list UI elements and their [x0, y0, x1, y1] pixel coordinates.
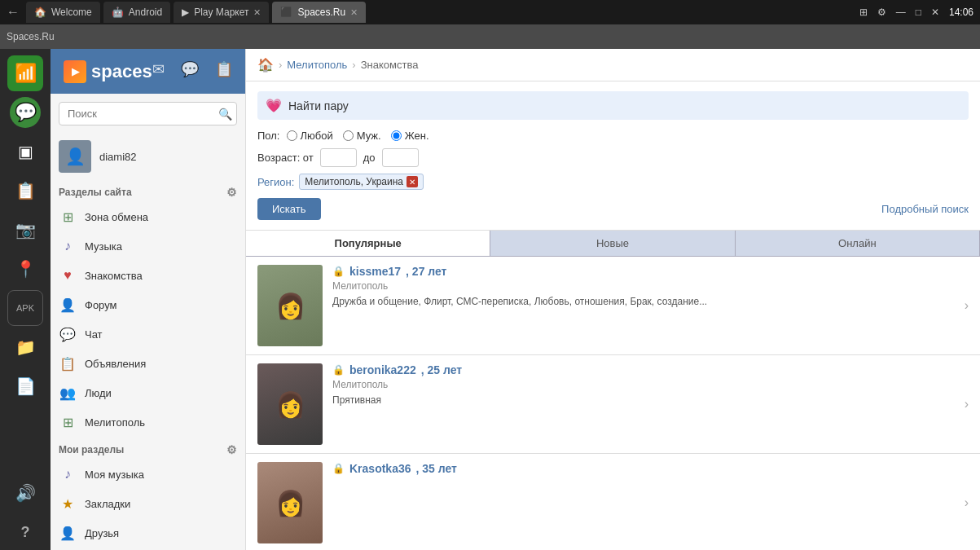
- gender-female-radio[interactable]: [391, 130, 402, 141]
- layers-icon: ▣: [18, 142, 33, 161]
- gender-radio-group: Любой Муж. Жен.: [287, 130, 429, 142]
- region-row: Регион: Мелитополь, Украина ✕: [257, 174, 969, 190]
- nav-item-bookmarks-label: Закладки: [85, 498, 130, 510]
- gender-male-radio[interactable]: [343, 130, 354, 141]
- region-value: Мелитополь, Украина: [305, 176, 403, 187]
- breadcrumb: 🏠 › Мелитополь › Знакомства: [246, 49, 980, 81]
- dating-heart-icon: ♥: [59, 266, 77, 284]
- profile-city-beronika222: Мелитополь: [332, 379, 969, 390]
- ads-icon: 📋: [59, 354, 77, 372]
- tab-online-label: Онлайн: [838, 237, 877, 249]
- gender-male-label[interactable]: Муж.: [343, 130, 381, 142]
- age-to-input[interactable]: [382, 148, 419, 167]
- exchange-icon: ⊞: [59, 208, 77, 226]
- profile-card-kissme17[interactable]: 👩 🔒 kissme17 , 27 лет Мелитополь Дружба …: [246, 257, 980, 355]
- gender-any-label[interactable]: Любой: [287, 130, 333, 142]
- app-icon-apk[interactable]: APK: [7, 290, 43, 326]
- tab-popular[interactable]: Популярные: [246, 231, 490, 256]
- region-tag: Мелитополь, Украина ✕: [299, 174, 424, 190]
- nav-item-ads[interactable]: 📋 Объявления: [51, 349, 245, 378]
- user-name: diami82: [99, 151, 137, 163]
- region-remove-button[interactable]: ✕: [407, 176, 418, 187]
- nav-item-forum[interactable]: 👤 Форум: [51, 290, 245, 319]
- user-avatar: 👤: [59, 140, 91, 173]
- location-icon: 📍: [15, 259, 36, 279]
- mymusic-icon: ♪: [59, 465, 77, 483]
- app-icon-camera[interactable]: 📷: [7, 212, 43, 248]
- profile-lock-icon-kissme17: 🔒: [332, 266, 345, 277]
- volume-icon: 🔊: [15, 483, 36, 503]
- profile-desc-beronika222: Прятивная: [332, 394, 969, 407]
- app-icon-layers[interactable]: ▣: [7, 134, 43, 169]
- spaces-nav: ▶ spaces ✉ 💬 📋 👤 🔍: [51, 49, 246, 550]
- header-notes-icon[interactable]: 📋: [215, 60, 233, 83]
- minimize-button[interactable]: —: [896, 7, 906, 18]
- app-icon-location[interactable]: 📍: [7, 251, 43, 287]
- maximize-button[interactable]: □: [916, 7, 921, 18]
- chat-nav-icon: 💬: [59, 325, 77, 343]
- tab-android[interactable]: 🤖 Android: [103, 2, 170, 23]
- nav-item-bookmarks[interactable]: ★ Закладки: [51, 489, 245, 518]
- app-icon-folder[interactable]: 📁: [7, 329, 43, 365]
- back-button[interactable]: ←: [7, 5, 20, 20]
- region-label: Регион:: [257, 176, 294, 188]
- nav-item-melitopol[interactable]: ⊞ Мелитополь: [51, 407, 245, 437]
- profile-card-krasotka36[interactable]: 👩 🔒 Krasotka36 , 35 лет ›: [246, 454, 980, 550]
- nav-sections-label: Разделы сайта: [59, 187, 132, 198]
- nav-sections-gear-icon[interactable]: ⚙: [226, 186, 237, 199]
- nav-item-people[interactable]: 👥 Люди: [51, 378, 245, 407]
- nav-item-exchange[interactable]: ⊞ Зона обмена: [51, 202, 245, 231]
- profile-info-beronika222: 🔒 beronika222 , 25 лет Мелитополь Прятив…: [332, 363, 969, 407]
- nav-item-dating[interactable]: ♥ Знакомства: [51, 261, 245, 290]
- profile-thumb-krasotka36: 👩: [257, 462, 323, 543]
- gender-female-label[interactable]: Жен.: [391, 130, 429, 142]
- my-sections-gear-icon[interactable]: ⚙: [226, 443, 237, 456]
- tab-play[interactable]: ▶ Play Маркет ✕: [174, 2, 269, 23]
- app-icon-wifi[interactable]: 📶: [7, 55, 43, 91]
- tab-welcome-icon: 🏠: [34, 7, 46, 18]
- breadcrumb-city[interactable]: Мелитополь: [287, 59, 347, 71]
- search-icon[interactable]: 🔍: [218, 108, 232, 121]
- my-sections-label: Мои разделы: [59, 444, 124, 455]
- search-button[interactable]: Искать: [257, 198, 321, 220]
- main-content: 📶 💬 ▣ 📋 📷 📍 APK 📁 📄 🔊 ?: [0, 49, 980, 550]
- advanced-search-link[interactable]: Подробный поиск: [881, 203, 969, 215]
- close-button[interactable]: ✕: [931, 7, 939, 18]
- app-icon-chat[interactable]: 💬: [7, 95, 43, 130]
- profile-card-beronika222[interactable]: 👩 🔒 beronika222 , 25 лет Мелитополь Прят…: [246, 355, 980, 454]
- tab-welcome[interactable]: 🏠 spaces Welcome: [26, 2, 100, 23]
- tab-play-close[interactable]: ✕: [253, 7, 261, 18]
- app-icon-volume[interactable]: 🔊: [7, 475, 43, 511]
- user-profile[interactable]: 👤 diami82: [51, 134, 245, 179]
- header-messages-icon[interactable]: ✉: [152, 60, 165, 83]
- nav-item-friends[interactable]: 👤 Друзья: [51, 518, 245, 548]
- nav-item-music[interactable]: ♪ Музыка: [51, 231, 245, 261]
- tab-spaces-close[interactable]: ✕: [350, 7, 358, 18]
- header-chat-icon[interactable]: 💬: [181, 60, 199, 83]
- spaces-header-icons: ✉ 💬 📋 👤: [152, 60, 246, 83]
- tab-online[interactable]: Онлайн: [736, 231, 980, 256]
- profile-age-krasotka36: , 35 лет: [416, 462, 457, 475]
- search-btn-row: Искать Подробный поиск: [257, 198, 969, 220]
- breadcrumb-home-icon[interactable]: 🏠: [257, 57, 274, 73]
- app-sidebar: 📶 💬 ▣ 📋 📷 📍 APK 📁 📄 🔊 ?: [0, 49, 51, 550]
- window-grid-icon[interactable]: ⊞: [859, 7, 868, 18]
- tab-new[interactable]: Новые: [490, 231, 735, 256]
- search-input[interactable]: [59, 102, 237, 125]
- melitopol-icon: ⊞: [59, 413, 77, 431]
- people-icon: 👥: [59, 384, 77, 402]
- app-icon-help[interactable]: ?: [7, 514, 43, 550]
- notes-icon: 📋: [15, 181, 36, 200]
- app-icon-notes[interactable]: 📋: [7, 173, 43, 209]
- nav-item-chat[interactable]: 💬 Чат: [51, 319, 245, 349]
- age-from-input[interactable]: [320, 148, 357, 167]
- help-icon: ?: [21, 524, 30, 541]
- tab-spaces[interactable]: ⬛ Spaces.Ru ✕: [272, 2, 366, 23]
- settings-icon[interactable]: ⚙: [877, 7, 886, 18]
- nav-item-people-label: Люди: [85, 387, 112, 399]
- nav-item-mymusic[interactable]: ♪ Моя музыка: [51, 460, 245, 489]
- gender-any-radio[interactable]: [287, 130, 297, 141]
- app-icon-file[interactable]: 📄: [7, 368, 43, 404]
- address-text: Spaces.Ru: [7, 31, 55, 42]
- breadcrumb-section: Знакомства: [361, 59, 419, 71]
